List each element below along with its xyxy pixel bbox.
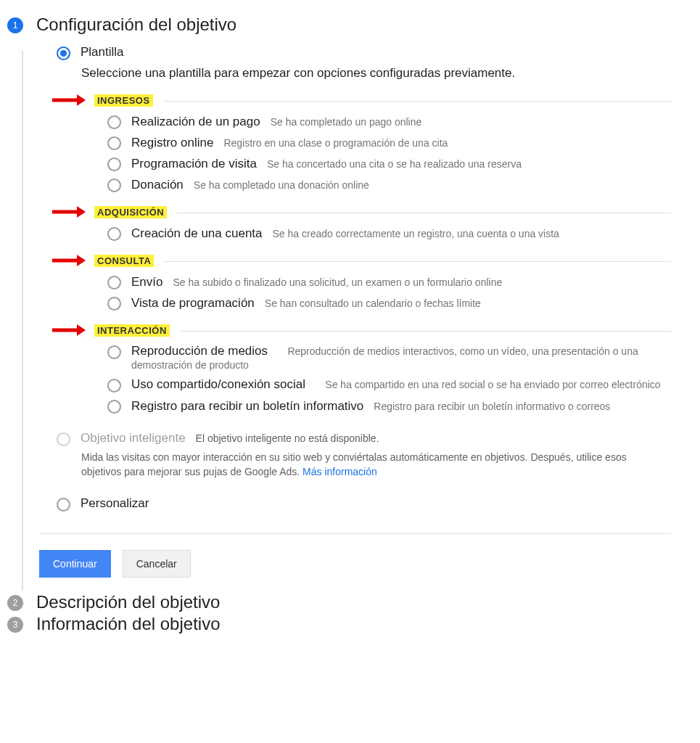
smart-goal-unavailable: El objetivo inteligente no está disponib… (196, 432, 379, 444)
option-vista-title: Vista de programación (131, 296, 255, 311)
option-pago-title: Realización de un pago (131, 115, 260, 129)
option-pago-radio[interactable] (107, 115, 121, 129)
template-radio[interactable] (57, 46, 70, 60)
step-progress-line (22, 51, 23, 591)
smart-goal-radio (57, 432, 70, 446)
step-2-title: Descripción del objetivo (36, 592, 220, 612)
option-pago-desc: Se ha completado un pago online (271, 115, 422, 128)
option-registro-title: Registro online (131, 136, 213, 150)
option-vista-desc: Se han consultado un calendario o fechas… (265, 297, 481, 310)
option-donacion-title: Donación (131, 178, 184, 192)
option-boletin-desc: Registro para recibir un boletín informa… (374, 400, 610, 413)
option-vista-radio[interactable] (107, 297, 121, 311)
option-visita-title: Programación de visita (131, 157, 257, 171)
option-visita-radio[interactable] (107, 157, 121, 171)
option-cuenta-desc: Se ha creado correctamente un registro, … (273, 227, 559, 240)
step-3-header[interactable]: 3 Información del objetivo (7, 614, 671, 634)
step-1-title: Configuración del objetivo (36, 15, 236, 35)
option-envio-radio[interactable] (107, 276, 121, 290)
option-visita-desc: Se ha concertado una cita o se ha realiz… (267, 157, 522, 171)
option-boletin-title: Registro para recibir un boletín informa… (131, 399, 363, 414)
category-ingresos-label: INGRESOS (94, 94, 153, 107)
template-help-text: Seleccione una plantilla para empezar co… (81, 66, 671, 81)
category-interaccion-label: INTERACCIÓN (94, 324, 170, 337)
divider (39, 533, 671, 534)
option-donacion-radio[interactable] (107, 178, 121, 192)
template-radio-label: Plantilla (81, 45, 124, 59)
step-1-header: 1 Configuración del objetivo (7, 15, 671, 35)
arrow-icon (49, 204, 90, 220)
step-3-title: Información del objetivo (36, 614, 220, 634)
step-3-badge: 3 (7, 617, 23, 633)
smart-goal-help: Mida las visitas con mayor interacción e… (81, 451, 642, 479)
custom-radio-label: Personalizar (81, 496, 149, 511)
option-social-title: Uso compartido/conexión social (131, 377, 305, 391)
option-social-radio[interactable] (107, 379, 121, 393)
option-cuenta-title: Creación de una cuenta (131, 226, 263, 241)
smart-goal-title: Objetivo inteligente (81, 431, 186, 446)
category-adquisicion-label: ADQUISICIÓN (94, 206, 167, 218)
category-consulta-label: CONSULTA (94, 255, 154, 267)
option-medios-title: Reproducción de medios (131, 344, 268, 358)
continue-button[interactable]: Continuar (39, 550, 111, 578)
option-registro-radio[interactable] (107, 136, 121, 150)
option-social-desc: Se ha compartido en una red social o se … (325, 379, 660, 390)
arrow-icon (49, 253, 90, 268)
arrow-icon (49, 92, 90, 108)
step-2-header[interactable]: 2 Descripción del objetivo (7, 592, 671, 612)
step-1-badge: 1 (7, 17, 23, 33)
cancel-button[interactable]: Cancelar (123, 550, 191, 578)
smart-goal-more-link[interactable]: Más información (302, 466, 377, 477)
option-donacion-desc: Se ha completado una donación online (194, 178, 369, 192)
option-envio-title: Envío (131, 275, 162, 290)
arrow-icon (49, 322, 90, 338)
option-registro-desc: Registro en una clase o programación de … (223, 136, 448, 149)
custom-radio[interactable] (57, 498, 70, 512)
option-envio-desc: Se ha subido o finalizado una solicitud,… (173, 276, 502, 289)
option-boletin-radio[interactable] (107, 400, 121, 414)
option-medios-radio[interactable] (107, 345, 121, 359)
option-cuenta-radio[interactable] (107, 227, 121, 241)
step-2-badge: 2 (7, 595, 23, 611)
